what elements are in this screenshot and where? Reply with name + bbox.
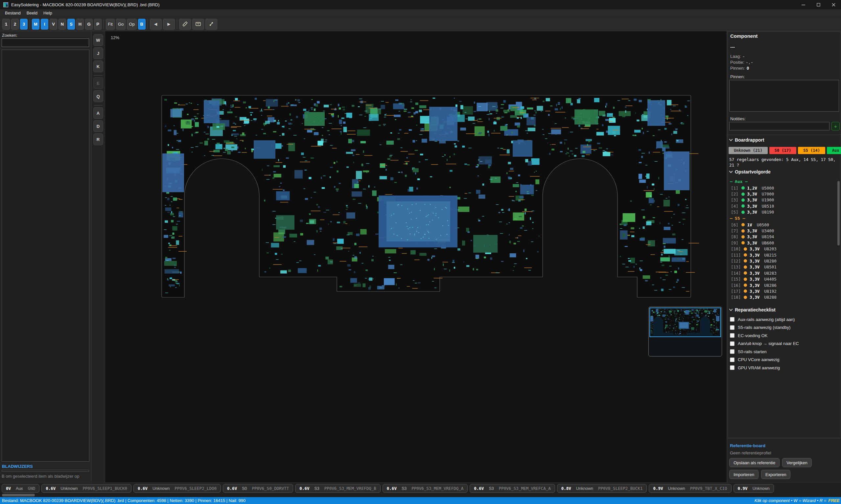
rail-chip[interactable]: 0.6VS3PP0V6_S3_MEM_VREFCA_A — [470, 484, 555, 493]
startup-order-item[interactable]: [5]3,3VU8190 — [728, 209, 841, 215]
maximize-button[interactable] — [811, 0, 826, 9]
toolbar-button-m[interactable]: M — [32, 19, 39, 30]
startup-order-item[interactable]: [12]3,3VU8280 — [728, 258, 841, 264]
startup-order-list[interactable]: —Aux—[1]1,2VU5000[2]3,3VU7000[3]3,3VU190… — [728, 178, 841, 306]
rail-state-chip[interactable]: S0 (17) — [769, 147, 797, 154]
startup-order-item[interactable]: [10]3,3VU8203 — [728, 246, 841, 252]
search-result-list[interactable] — [2, 50, 89, 462]
toolbar-button-v[interactable]: V — [50, 19, 57, 30]
toolbar-button-g[interactable]: G — [85, 19, 93, 30]
probe-button[interactable] — [205, 19, 217, 30]
boardrapport-header[interactable]: Boardrapport — [730, 137, 764, 143]
toolstrip-button-d[interactable]: D — [93, 120, 103, 132]
next-button[interactable]: ▶ — [163, 19, 175, 30]
toolstrip-button-j[interactable]: J — [93, 47, 103, 59]
checkbox[interactable] — [730, 358, 735, 362]
toolbar-button-3[interactable]: 3 — [20, 19, 28, 30]
toolstrip-button-q[interactable]: Q — [93, 90, 103, 102]
toolstrip-button-a[interactable]: A — [93, 107, 103, 119]
startup-order-item[interactable]: [17]3,3VU8192 — [728, 288, 841, 294]
rail-net: PP0V8_SLEEP2_BUCK1 — [598, 486, 643, 491]
reparatiechecklist-header[interactable]: Reparatiechecklist — [730, 307, 775, 312]
toolstrip-button-k[interactable]: K — [93, 60, 103, 72]
toolbar-button-op[interactable]: Op — [127, 19, 137, 30]
add-note-button[interactable]: + — [831, 122, 840, 130]
notes-input[interactable] — [729, 122, 829, 130]
toolbar-button-s[interactable]: S — [67, 19, 75, 30]
toolbar-button-n[interactable]: N — [58, 19, 66, 30]
startup-order-item[interactable]: [4]3,3VU8510 — [728, 203, 841, 209]
prev-button[interactable]: ◀ — [150, 19, 162, 30]
opstartvolgorde-header[interactable]: Opstartvolgorde — [730, 169, 771, 175]
rail-voltage: 0.6V — [46, 486, 56, 491]
toolbar-button-i[interactable]: I — [41, 19, 48, 30]
toolbar-button-h[interactable]: H — [76, 19, 84, 30]
search-input[interactable] — [2, 38, 89, 47]
startup-order-item[interactable]: [13]3,3VU8501 — [728, 264, 841, 270]
pins-list[interactable] — [729, 80, 839, 112]
startup-order-item[interactable]: [18]3,3VU8288 — [728, 294, 841, 300]
toolstrip-button-w[interactable]: W — [93, 34, 103, 46]
rail-chip[interactable]: 0.6VUnknownPP0V6_SLEEP1_BUCK0 — [41, 484, 131, 493]
checkbox[interactable] — [730, 333, 735, 338]
minimap[interactable] — [648, 307, 722, 357]
toolbar-button-go[interactable]: Go — [116, 19, 126, 30]
item-voltage: 3,3V — [750, 253, 759, 257]
rail-chip[interactable]: 0VAuxGND — [2, 484, 39, 493]
bookmarks-bar — [2, 470, 89, 472]
toolbar-button-b[interactable]: B — [138, 19, 146, 30]
startup-order-item[interactable]: [6]1VU0500 — [728, 222, 841, 228]
startup-order-item[interactable]: [16]3,3VU8286 — [728, 282, 841, 288]
rail-chip[interactable]: 0.6VUnknownPP0V6_SLEEP2_LDO0 — [133, 484, 221, 493]
rail-chip[interactable]: 0.6VS3PP0V6_S3_MEM_VREFDQ_A — [382, 484, 468, 493]
startup-order-item[interactable]: [8]3,3VU8194 — [728, 234, 841, 240]
item-ref: U8283 — [764, 271, 776, 276]
toolbar-button-fit[interactable]: Fit — [106, 19, 115, 30]
checkbox[interactable] — [730, 317, 735, 322]
item-ref: U8215 — [764, 253, 776, 257]
checkbox[interactable] — [730, 349, 735, 354]
startup-order-item[interactable]: [14]3,3VU8283 — [728, 270, 841, 276]
startup-order-item[interactable]: [1]1,2VU5000 — [728, 185, 841, 191]
board-canvas[interactable]: 12% — [105, 31, 726, 482]
scrollbar-thumb[interactable] — [837, 181, 840, 246]
startup-order-item[interactable]: [3]3,3VU1900 — [728, 197, 841, 203]
rail-chip[interactable]: 0.6VS0PP0V6_S0_DDRVTT — [223, 484, 293, 493]
rail-chip[interactable]: 0.9VUnknown — [734, 484, 774, 493]
startup-order-item[interactable]: [11]3,3VU8215 — [728, 252, 841, 258]
startup-order-item[interactable]: [9]3,3VUB600 — [728, 240, 841, 246]
rail-chip[interactable]: 0.9VUnknownPP0V9_TBT_X_CIO — [649, 484, 731, 493]
measure-button[interactable] — [179, 19, 191, 30]
rail-chip[interactable]: 0.8VUnknownPP0V8_SLEEP2_BUCK1 — [557, 484, 647, 493]
pcb-board[interactable] — [105, 31, 726, 482]
rail-state-chip[interactable]: Aux (5) — [827, 147, 841, 154]
cassette-button[interactable] — [192, 19, 204, 30]
reference-button-exporteren[interactable]: Exporteren — [761, 470, 791, 479]
startup-order-item[interactable]: [2]3,3VU7000 — [728, 191, 841, 197]
menu-item-bestand[interactable]: Bestand — [2, 10, 24, 16]
checkbox[interactable] — [730, 365, 735, 370]
toolbar-button-2[interactable]: 2 — [11, 19, 19, 30]
checkbox[interactable] — [730, 341, 735, 346]
toolbar-button-p[interactable]: P — [94, 19, 102, 30]
menu-item-beeld[interactable]: Beeld — [24, 10, 40, 16]
minimize-button[interactable] — [795, 0, 811, 9]
minimap-viewport[interactable] — [649, 307, 721, 337]
horizontal-scrollbar-thumb[interactable] — [2, 494, 35, 497]
startup-order-item[interactable]: [7]3,3VU3400 — [728, 228, 841, 234]
menu-item-help[interactable]: Help — [40, 10, 55, 16]
rail-chip[interactable]: 0.6VS3PP0V6_S3_MEM_VREFDQ_B — [295, 484, 380, 493]
startup-order-item[interactable]: [15]3,3VU4405 — [728, 276, 841, 282]
toolstrip-button-r[interactable]: R — [93, 133, 103, 145]
reference-button-vergelijken[interactable]: Vergelijken — [782, 458, 812, 467]
state-dot-icon — [744, 284, 747, 287]
checkbox[interactable] — [730, 325, 735, 330]
close-button[interactable] — [826, 0, 841, 9]
rail-state-chip[interactable]: S5 (14) — [798, 147, 825, 154]
reference-button-opslaan[interactable]: Opslaan als referentie — [729, 458, 780, 467]
toolbar-button-1[interactable]: 1 — [2, 19, 10, 30]
toolstrip-button-e[interactable]: E — [93, 77, 103, 89]
rail-state-chip[interactable]: Unknown (21) — [729, 147, 768, 154]
reference-button-importeren[interactable]: Importeren — [729, 470, 758, 479]
group-dash: — — [730, 216, 732, 221]
